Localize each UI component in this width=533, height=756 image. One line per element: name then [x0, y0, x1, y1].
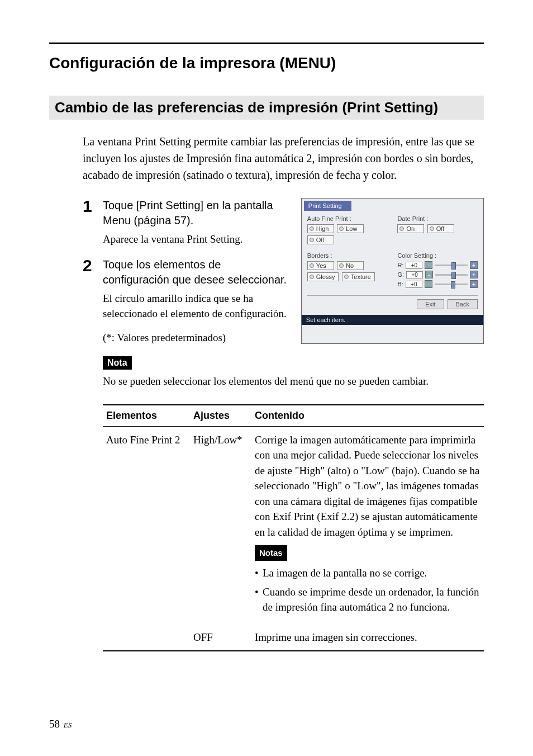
intro-paragraph: La ventana Print Setting permite cambiar… [83, 133, 484, 183]
option-glossy-label: Glossy [316, 273, 335, 280]
nota-bullet-2: Cuando se imprime desde un ordenador, la… [255, 584, 480, 615]
option-low-label: Low [346, 225, 357, 232]
option-low[interactable]: Low [337, 224, 364, 233]
top-rule [49, 42, 484, 44]
exit-button[interactable]: Exit [417, 299, 444, 309]
page-number: 58 ES [49, 718, 72, 730]
color-row-r: R: +0 - + [397, 261, 478, 269]
step-1-sub: Aparece la ventana Print Setting. [103, 231, 288, 247]
th-ajustes: Ajustes [190, 405, 251, 427]
step-1: 1 Toque [Print Setting] en la pantalla M… [83, 198, 288, 247]
minus-button[interactable]: - [425, 271, 433, 278]
option-yes[interactable]: Yes [307, 261, 334, 270]
cell-ajuste: High/Low* [190, 426, 251, 624]
option-off-dp-label: Off [436, 225, 444, 232]
th-contenido: Contenido [251, 405, 484, 427]
channel-r-value: +0 [406, 262, 422, 269]
step-1-number: 1 [83, 198, 103, 247]
cell-ajuste: OFF [190, 624, 251, 651]
cell-elemento [103, 624, 190, 651]
step-2: 2 Toque los elementos de configuración q… [83, 257, 288, 322]
radio-icon [310, 275, 314, 279]
screenshot-status: Set each item. [302, 315, 483, 325]
option-on-label: On [406, 225, 415, 232]
page-number-lang: ES [64, 721, 72, 729]
th-elementos: Elementos [103, 405, 190, 427]
option-high-label: High [316, 225, 329, 232]
notas-tag: Notas [255, 545, 287, 561]
borders-label: Borders : [307, 252, 388, 259]
table-row: Auto Fine Print 2 High/Low* Corrige la i… [103, 426, 484, 624]
radio-icon [310, 226, 314, 231]
nota-text: No se pueden seleccionar los elementos d… [103, 375, 484, 388]
heading-cambio: Cambio de las preferencias de impresión … [49, 96, 484, 120]
option-on[interactable]: On [397, 224, 424, 233]
radio-icon [344, 275, 349, 279]
back-button[interactable]: Back [448, 299, 478, 309]
page-number-value: 58 [49, 718, 60, 730]
plus-button[interactable]: + [470, 280, 478, 288]
radio-icon [310, 263, 314, 268]
channel-g-label: G: [397, 271, 404, 278]
color-setting-label: Color Setting : [397, 252, 478, 259]
minus-button[interactable]: - [425, 280, 432, 288]
channel-g-value: +0 [406, 271, 423, 278]
minus-button[interactable]: - [425, 261, 432, 269]
channel-r-label: R: [397, 262, 403, 268]
color-row-g: G: +0 - + [397, 271, 478, 278]
slider-g[interactable] [435, 274, 468, 276]
settings-table: Elementos Ajustes Contenido Auto Fine Pr… [103, 404, 484, 652]
radio-icon [310, 238, 314, 242]
radio-icon [339, 226, 344, 231]
nota-tag: Nota [103, 356, 132, 370]
radio-icon [339, 263, 344, 268]
option-glossy[interactable]: Glossy [307, 272, 339, 281]
nota-bullet-1: La imagen de la pantalla no se corrige. [255, 565, 480, 581]
option-high[interactable]: High [307, 224, 334, 233]
option-yes-label: Yes [316, 262, 326, 269]
cell-elemento: Auto Fine Print 2 [103, 426, 190, 624]
heading-configuracion: Configuración de la impresora (MENU) [49, 54, 484, 72]
cell-contenido: Corrige la imagen automáticamente para i… [251, 426, 484, 624]
option-texture[interactable]: Texture [342, 272, 375, 281]
radio-icon [430, 226, 434, 231]
table-row: OFF Imprime una imagen sin correcciones. [103, 624, 484, 651]
option-texture-label: Texture [351, 273, 371, 280]
auto-fine-print-label: Auto Fine Print : [307, 215, 388, 222]
cell-contenido: Imprime una imagen sin correcciones. [251, 624, 484, 651]
screenshot-tab: Print Setting [304, 201, 351, 211]
defaults-note: (*: Valores predeterminados) [103, 332, 288, 344]
option-off-dp[interactable]: Off [427, 224, 454, 233]
slider-b[interactable] [435, 284, 468, 285]
print-setting-screenshot: Print Setting Auto Fine Print : High Low… [301, 198, 484, 344]
step-2-title: Toque los elementos de configuración que… [103, 257, 288, 287]
channel-b-value: +0 [406, 281, 422, 288]
step-2-sub: El círculo amarillo indica que se ha sel… [103, 291, 288, 322]
option-no[interactable]: No [337, 261, 364, 270]
step-1-title: Toque [Print Setting] en la pantalla Men… [103, 198, 288, 228]
channel-b-label: B: [397, 281, 403, 287]
plus-button[interactable]: + [470, 261, 478, 269]
slider-r[interactable] [435, 264, 468, 266]
option-no-label: No [346, 262, 354, 269]
radio-icon [399, 226, 404, 231]
plus-button[interactable]: + [470, 271, 478, 278]
step-2-number: 2 [83, 257, 103, 322]
option-off-afp-label: Off [316, 237, 324, 243]
option-off-afp[interactable]: Off [307, 235, 334, 244]
screenshot-divider [307, 295, 478, 296]
cell-contenido-text: Corrige la imagen automáticamente para i… [255, 434, 479, 538]
date-print-label: Date Print : [397, 215, 478, 222]
color-row-b: B: +0 - + [397, 280, 478, 288]
